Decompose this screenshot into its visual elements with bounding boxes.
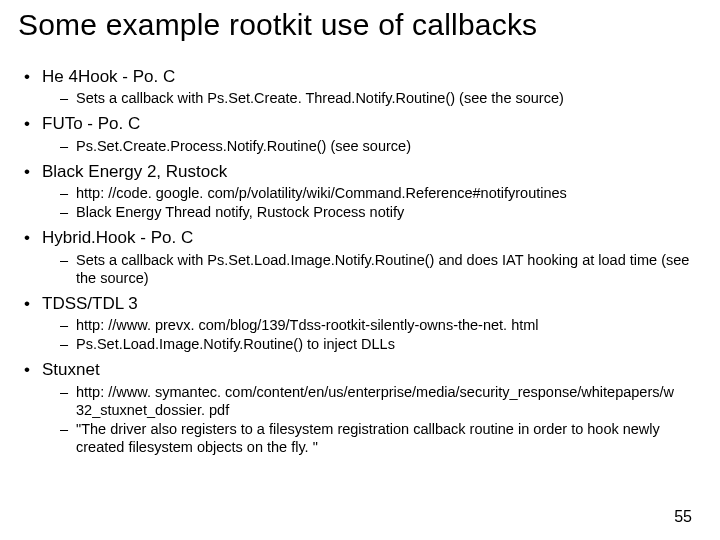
item-label: FUTo - Po. C (24, 113, 702, 134)
sub-list: Sets a callback with Ps.Set.Load.Image.N… (24, 251, 702, 287)
sub-list: http: //www. prevx. com/blog/139/Tdss-ro… (24, 316, 702, 353)
page-number: 55 (674, 508, 692, 526)
sub-item: http: //www. prevx. com/blog/139/Tdss-ro… (60, 316, 702, 334)
sub-list: http: //code. google. com/p/volatility/w… (24, 184, 702, 221)
list-item: TDSS/TDL 3 http: //www. prevx. com/blog/… (24, 293, 702, 354)
list-item: He 4Hook - Po. C Sets a callback with Ps… (24, 66, 702, 107)
item-label: Stuxnet (24, 359, 702, 380)
slide: Some example rootkit use of callbacks He… (0, 0, 720, 540)
sub-item: Ps.Set.Load.Image.Notify.Routine() to in… (60, 335, 702, 353)
sub-item: Black Energy Thread notify, Rustock Proc… (60, 203, 702, 221)
sub-item: Sets a callback with Ps.Set.Create. Thre… (60, 89, 702, 107)
sub-list: Sets a callback with Ps.Set.Create. Thre… (24, 89, 702, 107)
sub-item: http: //www. symantec. com/content/en/us… (60, 383, 702, 419)
bullet-list: He 4Hook - Po. C Sets a callback with Ps… (18, 66, 702, 456)
list-item: Black Energy 2, Rustock http: //code. go… (24, 161, 702, 222)
item-label: Hybrid.Hook - Po. C (24, 227, 702, 248)
sub-item: Ps.Set.Create.Process.Notify.Routine() (… (60, 137, 702, 155)
sub-list: Ps.Set.Create.Process.Notify.Routine() (… (24, 137, 702, 155)
sub-item: "The driver also registers to a filesyst… (60, 420, 702, 456)
slide-title: Some example rootkit use of callbacks (18, 8, 702, 42)
sub-item: Sets a callback with Ps.Set.Load.Image.N… (60, 251, 702, 287)
item-label: He 4Hook - Po. C (24, 66, 702, 87)
list-item: Stuxnet http: //www. symantec. com/conte… (24, 359, 702, 456)
sub-item: http: //code. google. com/p/volatility/w… (60, 184, 702, 202)
item-label: Black Energy 2, Rustock (24, 161, 702, 182)
sub-list: http: //www. symantec. com/content/en/us… (24, 383, 702, 457)
list-item: Hybrid.Hook - Po. C Sets a callback with… (24, 227, 702, 287)
item-label: TDSS/TDL 3 (24, 293, 702, 314)
list-item: FUTo - Po. C Ps.Set.Create.Process.Notif… (24, 113, 702, 154)
